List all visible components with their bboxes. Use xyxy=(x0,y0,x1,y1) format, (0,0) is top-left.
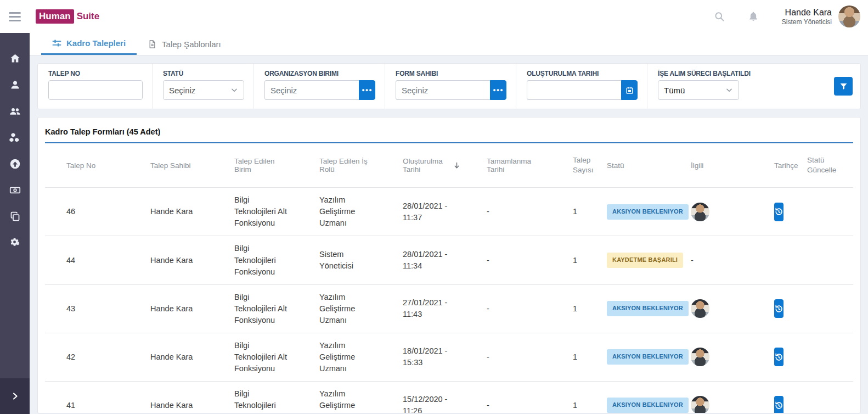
cell-statu: KAYDETME BAŞARILI xyxy=(585,236,670,284)
sidebar-collapse-toggle[interactable] xyxy=(0,378,30,414)
history-button[interactable] xyxy=(774,203,784,221)
organizasyon-birimi-browse-button[interactable]: ●●● xyxy=(359,80,375,100)
cell-ilgili xyxy=(670,188,754,236)
col-header-talep-sayisi[interactable]: Talep Sayısı xyxy=(551,143,585,187)
sidebar-item-settings[interactable] xyxy=(0,230,30,256)
filter-ise-alim: İŞE ALIM SÜRECI BAŞLATILDI Tümü xyxy=(647,64,760,109)
table-row[interactable]: 43 Hande Kara Bilgi Teknolojileri Alt Fo… xyxy=(45,284,853,333)
history-button[interactable] xyxy=(774,348,784,366)
sidebar-item-home[interactable] xyxy=(0,45,30,71)
sidebar-item-user[interactable] xyxy=(0,71,30,98)
assignee-avatar[interactable] xyxy=(691,348,709,366)
tab-kadro-talepleri[interactable]: Kadro Talepleri xyxy=(41,33,137,55)
sliders-icon xyxy=(52,38,61,48)
cell-ilgili xyxy=(670,333,754,381)
filter-statu: STATÜ Seçiniz xyxy=(153,64,254,109)
sort-descending-icon xyxy=(453,162,460,169)
filter-label: ORGANIZASYON BIRIMI xyxy=(264,70,375,77)
cell-tamamlanma-tarihi: - xyxy=(465,333,551,381)
col-header-ilgili[interactable]: İlgili xyxy=(670,143,754,187)
avatar[interactable] xyxy=(838,5,860,27)
main-content: TALEP NO STATÜ Seçiniz ORGANIZASYON BIRI… xyxy=(30,55,868,414)
cell-talep-edilen-birim: Bilgi Teknolojileri Alt Fonksiyonu xyxy=(212,285,297,333)
cell-talep-sahibi: Hande Kara xyxy=(128,236,212,284)
organizasyon-birimi-input[interactable] xyxy=(264,80,359,100)
history-button[interactable] xyxy=(774,299,784,318)
cell-tarihce xyxy=(754,333,788,381)
sidebar-item-payroll[interactable] xyxy=(0,177,30,203)
user-role: Sistem Yöneticisi xyxy=(782,18,832,26)
cell-talep-no: 43 xyxy=(45,285,128,333)
sidebar-item-organization[interactable] xyxy=(0,124,30,150)
chevron-right-icon xyxy=(11,392,19,400)
form-sahibi-browse-button[interactable]: ●●● xyxy=(490,80,506,100)
funnel-icon xyxy=(839,82,848,91)
users-icon xyxy=(9,105,21,117)
user-name: Hande Kara xyxy=(782,8,832,18)
olusturulma-tarihi-input[interactable] xyxy=(527,80,621,100)
user-block[interactable]: Hande Kara Sistem Yöneticisi xyxy=(782,8,832,26)
notifications-bell-icon[interactable] xyxy=(748,11,759,22)
col-header-talep-edilen-birim[interactable]: Talep Edilen Birim xyxy=(212,143,297,187)
cell-tamamlanma-tarihi: - xyxy=(465,382,551,413)
col-header-tamamlanma-tarihi[interactable]: Tamamlanma Tarihi xyxy=(465,143,551,187)
col-header-statu-guncelle[interactable]: Statü Güncelle xyxy=(788,143,853,187)
document-icon xyxy=(148,40,157,49)
table-row[interactable]: 41 Hande Kara Bilgi Teknolojileri Fonksi… xyxy=(45,381,853,413)
assignee-avatar[interactable] xyxy=(691,396,709,413)
table-row[interactable]: 44 Hande Kara Bilgi Teknolojileri Fonksi… xyxy=(45,236,853,284)
filter-bar: TALEP NO STATÜ Seçiniz ORGANIZASYON BIRI… xyxy=(37,63,861,109)
cell-statu-guncelle xyxy=(788,188,853,236)
col-header-talep-sahibi[interactable]: Talep Sahibi xyxy=(128,143,212,187)
filter-form-sahibi: FORM SAHIBI ●●● xyxy=(385,64,516,109)
cell-talep-edilen-is-rolu: Yazılım Geliştirme Uzmanı xyxy=(297,285,381,333)
assignee-avatar[interactable] xyxy=(691,299,709,318)
history-icon xyxy=(774,304,784,314)
cell-talep-edilen-birim: Bilgi Teknolojileri Fonksiyonu xyxy=(212,382,297,413)
filter-olusturulma-tarihi: OLUŞTURULMA TARIHI xyxy=(516,64,647,109)
cell-statu: AKSIYON BEKLENIYOR xyxy=(585,382,670,413)
cell-talep-edilen-birim: Bilgi Teknolojileri Alt Fonksiyonu xyxy=(212,333,297,381)
apply-filter-button[interactable] xyxy=(834,77,853,96)
sidebar-item-documents[interactable] xyxy=(0,203,30,230)
table-row[interactable]: 42 Hande Kara Bilgi Teknolojileri Alt Fo… xyxy=(45,333,853,381)
sidebar-item-users[interactable] xyxy=(0,98,30,124)
cell-tamamlanma-tarihi: - xyxy=(465,285,551,333)
home-icon xyxy=(9,53,21,64)
select-value: Seçiniz xyxy=(169,86,195,95)
cell-tarihce xyxy=(754,188,788,236)
cell-statu: AKSIYON BEKLENIYOR xyxy=(585,333,670,381)
statu-select[interactable]: Seçiniz xyxy=(163,80,244,100)
search-icon[interactable] xyxy=(714,11,725,22)
tab-talep-sablonlari[interactable]: Talep Şablonları xyxy=(137,33,232,55)
col-header-talep-no[interactable]: Talep No xyxy=(45,143,128,187)
form-sahibi-input[interactable] xyxy=(396,80,490,100)
cell-tarihce xyxy=(754,236,788,284)
history-button[interactable] xyxy=(774,396,784,413)
table-title: Kadro Talep Formları (45 Adet) xyxy=(45,123,853,143)
hamburger-menu-icon[interactable] xyxy=(0,12,30,21)
talep-no-input[interactable] xyxy=(48,80,143,100)
assignee-dash: - xyxy=(691,255,694,266)
chevron-down-icon xyxy=(725,86,733,94)
cell-talep-sahibi: Hande Kara xyxy=(128,333,212,381)
calendar-button[interactable] xyxy=(621,80,638,100)
col-header-olusturulma-tarihi[interactable]: Oluşturulma Tarihi xyxy=(381,143,465,187)
col-header-statu[interactable]: Statü xyxy=(585,143,670,187)
sidebar-item-upload[interactable] xyxy=(0,150,30,177)
user-icon xyxy=(9,79,21,91)
ise-alim-select[interactable]: Tümü xyxy=(658,80,739,100)
cell-tamamlanma-tarihi: - xyxy=(465,188,551,236)
gears-icon xyxy=(9,237,21,249)
assignee-avatar[interactable] xyxy=(691,203,709,221)
table-row[interactable]: 46 Hande Kara Bilgi Teknolojileri Alt Fo… xyxy=(45,187,853,236)
table-body: 46 Hande Kara Bilgi Teknolojileri Alt Fo… xyxy=(45,187,853,413)
history-icon xyxy=(774,353,784,362)
cell-olusturulma-tarihi: 28/01/2021 - 11:34 xyxy=(381,236,465,284)
cell-tarihce xyxy=(754,382,788,413)
col-header-talep-edilen-is-rolu[interactable]: Talep Edilen İş Rolü xyxy=(297,143,381,187)
select-value: Tümü xyxy=(664,86,685,95)
logo-primary: Human xyxy=(36,9,74,24)
col-header-tarihce[interactable]: Tarihçe xyxy=(754,143,788,187)
logo-secondary: Suite xyxy=(77,11,100,22)
